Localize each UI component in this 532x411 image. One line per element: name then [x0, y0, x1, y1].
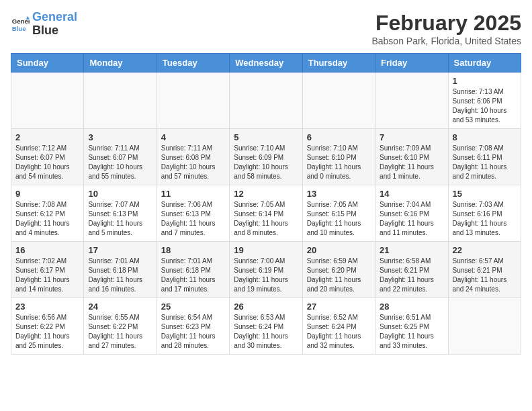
main-title: February 2025	[371, 11, 521, 36]
calendar-day-cell: 9Sunrise: 7:08 AM Sunset: 6:12 PM Daylig…	[11, 185, 84, 242]
calendar-day-cell: 20Sunrise: 6:59 AM Sunset: 6:20 PM Dayli…	[302, 242, 375, 298]
day-info: Sunrise: 7:07 AM Sunset: 6:13 PM Dayligh…	[88, 200, 152, 238]
day-number: 19	[234, 245, 298, 255]
day-number: 15	[453, 189, 517, 199]
day-info: Sunrise: 6:59 AM Sunset: 6:20 PM Dayligh…	[307, 257, 371, 294]
calendar-day-cell: 6Sunrise: 7:10 AM Sunset: 6:10 PM Daylig…	[302, 129, 375, 185]
calendar-day-cell	[230, 73, 302, 129]
day-number: 9	[15, 189, 79, 199]
day-number: 16	[15, 245, 79, 255]
day-info: Sunrise: 7:02 AM Sunset: 6:17 PM Dayligh…	[15, 257, 79, 294]
calendar-week-row: 23Sunrise: 6:56 AM Sunset: 6:22 PM Dayli…	[11, 298, 521, 355]
day-number: 23	[15, 302, 79, 312]
calendar-day-cell: 22Sunrise: 6:57 AM Sunset: 6:21 PM Dayli…	[448, 242, 521, 298]
svg-text:Blue: Blue	[12, 24, 26, 32]
day-number: 7	[380, 132, 443, 142]
calendar-day-cell: 7Sunrise: 7:09 AM Sunset: 6:10 PM Daylig…	[375, 129, 448, 185]
day-number: 4	[161, 132, 225, 142]
logo-text: GeneralBlue	[32, 11, 77, 38]
day-number: 28	[380, 302, 443, 312]
day-number: 18	[161, 245, 225, 255]
calendar-week-row: 2Sunrise: 7:12 AM Sunset: 6:07 PM Daylig…	[11, 129, 521, 185]
calendar-day-cell: 4Sunrise: 7:11 AM Sunset: 6:08 PM Daylig…	[157, 129, 229, 185]
title-block: February 2025 Babson Park, Florida, Unit…	[371, 11, 521, 46]
day-number: 25	[161, 302, 225, 312]
calendar-day-cell	[302, 73, 375, 129]
calendar-day-cell: 25Sunrise: 6:54 AM Sunset: 6:23 PM Dayli…	[157, 298, 229, 355]
day-number: 17	[88, 245, 152, 255]
logo-icon: General Blue	[11, 15, 30, 34]
calendar-day-cell: 28Sunrise: 6:51 AM Sunset: 6:25 PM Dayli…	[375, 298, 448, 355]
day-info: Sunrise: 6:56 AM Sunset: 6:22 PM Dayligh…	[15, 313, 79, 351]
calendar-day-cell: 11Sunrise: 7:06 AM Sunset: 6:13 PM Dayli…	[157, 185, 229, 242]
day-number: 6	[307, 132, 371, 142]
day-number: 20	[307, 245, 371, 255]
day-info: Sunrise: 6:57 AM Sunset: 6:21 PM Dayligh…	[453, 257, 517, 294]
day-info: Sunrise: 6:55 AM Sunset: 6:22 PM Dayligh…	[88, 313, 152, 351]
day-number: 12	[234, 189, 298, 199]
calendar-day-cell	[157, 73, 229, 129]
calendar-day-cell	[375, 73, 448, 129]
calendar-day-cell: 18Sunrise: 7:01 AM Sunset: 6:18 PM Dayli…	[157, 242, 229, 298]
calendar-table: SundayMondayTuesdayWednesdayThursdayFrid…	[11, 53, 521, 355]
day-number: 3	[88, 132, 152, 142]
calendar-day-cell: 13Sunrise: 7:05 AM Sunset: 6:15 PM Dayli…	[302, 185, 375, 242]
calendar-day-cell	[84, 73, 157, 129]
day-info: Sunrise: 7:05 AM Sunset: 6:15 PM Dayligh…	[307, 200, 371, 238]
calendar-day-cell: 24Sunrise: 6:55 AM Sunset: 6:22 PM Dayli…	[84, 298, 157, 355]
calendar-day-cell: 2Sunrise: 7:12 AM Sunset: 6:07 PM Daylig…	[11, 129, 84, 185]
calendar-day-cell: 10Sunrise: 7:07 AM Sunset: 6:13 PM Dayli…	[84, 185, 157, 242]
day-info: Sunrise: 7:10 AM Sunset: 6:10 PM Dayligh…	[307, 144, 371, 181]
calendar-header-row: SundayMondayTuesdayWednesdayThursdayFrid…	[11, 54, 521, 73]
calendar-day-header: Thursday	[302, 54, 375, 73]
day-info: Sunrise: 7:12 AM Sunset: 6:07 PM Dayligh…	[15, 144, 79, 181]
calendar-day-cell: 27Sunrise: 6:52 AM Sunset: 6:24 PM Dayli…	[302, 298, 375, 355]
day-info: Sunrise: 6:58 AM Sunset: 6:21 PM Dayligh…	[380, 257, 443, 294]
day-info: Sunrise: 7:11 AM Sunset: 6:07 PM Dayligh…	[88, 144, 152, 181]
calendar-day-cell: 23Sunrise: 6:56 AM Sunset: 6:22 PM Dayli…	[11, 298, 84, 355]
calendar-day-cell: 1Sunrise: 7:13 AM Sunset: 6:06 PM Daylig…	[448, 73, 521, 129]
subtitle: Babson Park, Florida, United States	[371, 36, 521, 46]
day-info: Sunrise: 7:13 AM Sunset: 6:06 PM Dayligh…	[453, 87, 517, 125]
calendar-day-header: Friday	[375, 54, 448, 73]
day-number: 21	[380, 245, 443, 255]
calendar-day-header: Sunday	[11, 54, 84, 73]
day-number: 22	[453, 245, 517, 255]
day-number: 5	[234, 132, 298, 142]
calendar-day-cell: 8Sunrise: 7:08 AM Sunset: 6:11 PM Daylig…	[448, 129, 521, 185]
day-number: 24	[88, 302, 152, 312]
calendar-day-cell: 26Sunrise: 6:53 AM Sunset: 6:24 PM Dayli…	[230, 298, 302, 355]
day-info: Sunrise: 6:53 AM Sunset: 6:24 PM Dayligh…	[234, 313, 298, 351]
day-info: Sunrise: 7:11 AM Sunset: 6:08 PM Dayligh…	[161, 144, 225, 181]
day-info: Sunrise: 6:51 AM Sunset: 6:25 PM Dayligh…	[380, 313, 443, 351]
day-info: Sunrise: 6:54 AM Sunset: 6:23 PM Dayligh…	[161, 313, 225, 351]
calendar-day-header: Saturday	[448, 54, 521, 73]
calendar-day-cell: 16Sunrise: 7:02 AM Sunset: 6:17 PM Dayli…	[11, 242, 84, 298]
calendar-day-cell: 19Sunrise: 7:00 AM Sunset: 6:19 PM Dayli…	[230, 242, 302, 298]
calendar-day-cell: 15Sunrise: 7:03 AM Sunset: 6:16 PM Dayli…	[448, 185, 521, 242]
calendar-day-header: Monday	[84, 54, 157, 73]
calendar-week-row: 1Sunrise: 7:13 AM Sunset: 6:06 PM Daylig…	[11, 73, 521, 129]
calendar-day-header: Tuesday	[157, 54, 229, 73]
day-info: Sunrise: 7:00 AM Sunset: 6:19 PM Dayligh…	[234, 257, 298, 294]
day-info: Sunrise: 7:08 AM Sunset: 6:12 PM Dayligh…	[15, 200, 79, 238]
day-number: 8	[453, 132, 517, 142]
day-info: Sunrise: 7:10 AM Sunset: 6:09 PM Dayligh…	[234, 144, 298, 181]
calendar-day-header: Wednesday	[230, 54, 302, 73]
calendar-week-row: 9Sunrise: 7:08 AM Sunset: 6:12 PM Daylig…	[11, 185, 521, 242]
day-info: Sunrise: 7:04 AM Sunset: 6:16 PM Dayligh…	[380, 200, 443, 238]
day-number: 27	[307, 302, 371, 312]
day-info: Sunrise: 6:52 AM Sunset: 6:24 PM Dayligh…	[307, 313, 371, 351]
calendar-week-row: 16Sunrise: 7:02 AM Sunset: 6:17 PM Dayli…	[11, 242, 521, 298]
day-info: Sunrise: 7:09 AM Sunset: 6:10 PM Dayligh…	[380, 144, 443, 181]
day-info: Sunrise: 7:03 AM Sunset: 6:16 PM Dayligh…	[453, 200, 517, 238]
logo: General Blue GeneralBlue	[11, 11, 77, 38]
calendar-day-cell	[11, 73, 84, 129]
day-info: Sunrise: 7:05 AM Sunset: 6:14 PM Dayligh…	[234, 200, 298, 238]
day-number: 13	[307, 189, 371, 199]
calendar-day-cell: 14Sunrise: 7:04 AM Sunset: 6:16 PM Dayli…	[375, 185, 448, 242]
calendar-day-cell: 17Sunrise: 7:01 AM Sunset: 6:18 PM Dayli…	[84, 242, 157, 298]
day-number: 1	[453, 76, 517, 86]
day-number: 11	[161, 189, 225, 199]
calendar-day-cell: 5Sunrise: 7:10 AM Sunset: 6:09 PM Daylig…	[230, 129, 302, 185]
